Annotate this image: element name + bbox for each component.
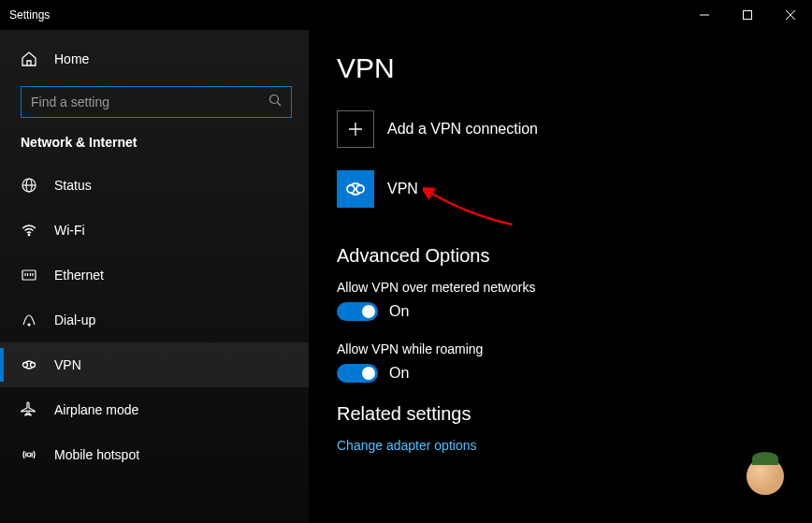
dialup-icon: [21, 312, 37, 328]
nav-list: Status Wi-Fi Ethernet Dial-up: [0, 163, 309, 477]
sidebar-item-ethernet[interactable]: Ethernet: [0, 253, 309, 298]
sidebar-item-wifi[interactable]: Wi-Fi: [0, 208, 309, 253]
svg-rect-5: [22, 270, 36, 280]
sidebar: Home Network & Internet Status Wi-Fi: [0, 30, 309, 523]
window-title: Settings: [9, 8, 50, 22]
svg-point-1: [270, 95, 279, 104]
metered-option-label: Allow VPN over metered networks: [337, 280, 784, 295]
roaming-toggle-row: On: [337, 364, 784, 383]
related-settings-title: Related settings: [337, 403, 784, 425]
change-adapter-link[interactable]: Change adapter options: [337, 438, 784, 453]
ethernet-icon: [21, 267, 37, 283]
titlebar: Settings: [0, 0, 812, 30]
search-icon: [268, 94, 282, 110]
close-button[interactable]: [769, 0, 812, 30]
page-title: VPN: [337, 52, 784, 84]
sidebar-item-label: Mobile hotspot: [54, 447, 139, 462]
vpn-icon: [21, 356, 37, 373]
plus-icon: [337, 110, 374, 148]
home-nav[interactable]: Home: [0, 39, 309, 79]
sidebar-item-label: Status: [54, 178, 92, 193]
roaming-toggle[interactable]: [337, 364, 378, 383]
svg-point-4: [28, 234, 30, 236]
search-box[interactable]: [21, 86, 292, 118]
sidebar-item-vpn[interactable]: VPN: [0, 342, 309, 387]
vpn-connection-item[interactable]: VPN: [337, 170, 784, 208]
window-controls: [683, 0, 812, 30]
svg-point-9: [27, 453, 31, 457]
add-vpn-button[interactable]: Add a VPN connection: [337, 110, 784, 148]
advanced-options-title: Advanced Options: [337, 245, 784, 267]
svg-point-8: [31, 363, 36, 368]
add-vpn-label: Add a VPN connection: [387, 121, 538, 138]
svg-point-11: [356, 185, 364, 193]
home-icon: [21, 51, 37, 67]
sidebar-item-hotspot[interactable]: Mobile hotspot: [0, 432, 309, 477]
svg-rect-0: [744, 11, 752, 20]
globe-icon: [21, 177, 37, 194]
minimize-button[interactable]: [683, 0, 726, 30]
airplane-icon: [21, 401, 37, 418]
sidebar-item-label: Airplane mode: [54, 402, 138, 417]
roaming-option-label: Allow VPN while roaming: [337, 341, 784, 356]
svg-point-6: [28, 324, 30, 326]
hotspot-icon: [21, 446, 37, 463]
sidebar-item-label: Dial-up: [54, 312, 95, 327]
svg-point-7: [23, 363, 28, 368]
vpn-tile-icon: [337, 170, 374, 208]
sidebar-item-label: Wi-Fi: [54, 223, 85, 238]
sidebar-item-label: Ethernet: [54, 268, 104, 283]
svg-point-10: [347, 185, 355, 193]
main-content: VPN Add a VPN connection VPN Advanced Op…: [309, 30, 812, 523]
sidebar-item-status[interactable]: Status: [0, 163, 309, 208]
roaming-toggle-state: On: [389, 365, 409, 382]
search-input[interactable]: [31, 94, 268, 109]
metered-toggle-state: On: [389, 303, 409, 320]
maximize-button[interactable]: [726, 0, 769, 30]
sidebar-item-dialup[interactable]: Dial-up: [0, 298, 309, 342]
category-title: Network & Internet: [0, 135, 309, 163]
sidebar-item-airplane[interactable]: Airplane mode: [0, 387, 309, 432]
metered-toggle[interactable]: [337, 302, 378, 321]
home-label: Home: [54, 51, 89, 66]
metered-toggle-row: On: [337, 302, 784, 321]
sidebar-item-label: VPN: [54, 357, 81, 372]
vpn-connection-label: VPN: [387, 181, 418, 197]
wifi-icon: [21, 222, 37, 239]
